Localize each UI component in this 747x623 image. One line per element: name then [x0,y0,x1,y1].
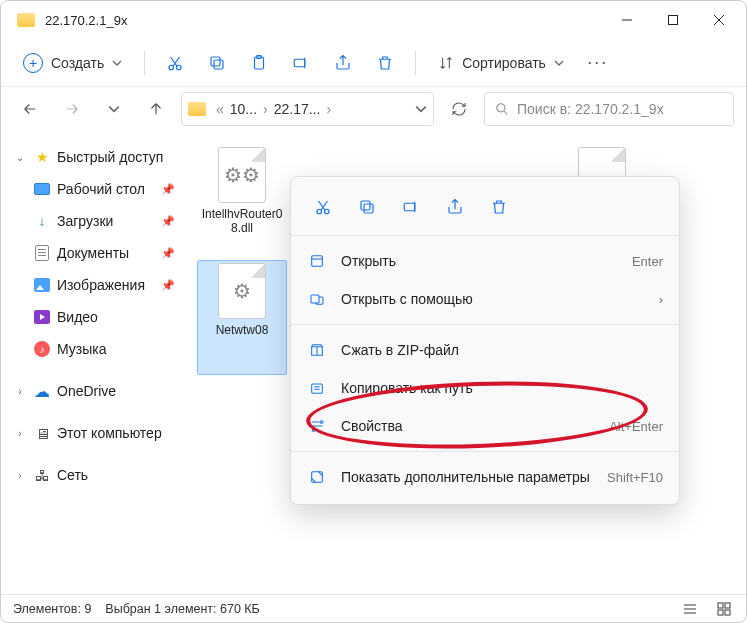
svg-rect-1 [669,16,678,25]
svg-rect-25 [311,295,319,303]
sidebar-item-label: Быстрый доступ [57,149,163,165]
svg-rect-17 [718,610,723,615]
status-bar: Элементов: 9 Выбран 1 элемент: 670 КБ [1,594,746,622]
gear-icon: ⚙⚙ [224,163,260,187]
svg-rect-29 [312,472,323,483]
sidebar-item-pictures[interactable]: Изображения 📌 [5,269,183,301]
up-button[interactable] [139,92,173,126]
nav-row: « 10... › 22.17... › Поиск в: 22.170.2.1… [1,87,746,131]
paste-button[interactable] [241,45,277,81]
chevron-right-icon: › [13,428,27,439]
sidebar-item-desktop[interactable]: Рабочий стол 📌 [5,173,183,205]
folder-icon [17,13,35,27]
ctx-copy-button[interactable] [347,189,387,225]
breadcrumb[interactable]: « 10... › 22.17... › [181,92,434,126]
share-button[interactable] [325,45,361,81]
svg-rect-21 [364,204,373,213]
file-item-selected[interactable]: ⚙ Netwtw08 [197,260,287,375]
separator [291,324,679,325]
sidebar-item-this-pc[interactable]: › 🖥 Этот компьютер [5,417,183,449]
search-input[interactable]: Поиск в: 22.170.2.1_9x [484,92,734,126]
sort-button[interactable]: Сортировать [428,55,574,71]
chevron-right-icon: › [13,386,27,397]
sidebar-item-quick-access[interactable]: ⌄ ★ Быстрый доступ [5,141,183,173]
ctx-label: Открыть [341,253,396,269]
zip-icon [307,342,327,358]
breadcrumb-seg[interactable]: 10... [230,101,257,117]
refresh-button[interactable] [442,92,476,126]
sidebar-item-label: OneDrive [57,383,116,399]
more-options-icon [307,469,327,485]
copy-path-icon [307,380,327,396]
file-icon: ⚙⚙ [218,147,266,203]
icons-view-button[interactable] [714,599,734,619]
file-item[interactable]: ⚙⚙ IntellhvRouter08.dll [197,145,287,260]
maximize-button[interactable] [650,4,696,36]
chevron-down-icon: ⌄ [13,152,27,163]
sidebar-item-label: Документы [57,245,129,261]
sidebar-item-label: Музыка [57,341,107,357]
rename-button[interactable] [283,45,319,81]
ctx-open[interactable]: Открыть Enter [291,242,679,280]
svg-rect-15 [718,603,723,608]
gear-icon: ⚙ [233,279,251,303]
sidebar-item-video[interactable]: Видео [5,301,183,333]
pin-icon: 📌 [161,183,175,196]
sidebar-item-documents[interactable]: Документы 📌 [5,237,183,269]
close-button[interactable] [696,4,742,36]
breadcrumb-seg[interactable]: 22.17... [274,101,321,117]
ctx-show-more-options[interactable]: Показать дополнительные параметры Shift+… [291,458,679,496]
download-icon: ↓ [33,212,51,230]
toolbar: + Создать Сортировать ··· [1,39,746,87]
ctx-cut-button[interactable] [303,189,343,225]
svg-point-27 [320,421,323,424]
svg-point-4 [169,65,174,70]
sidebar-item-downloads[interactable]: ↓ Загрузки 📌 [5,205,183,237]
cloud-icon: ☁ [33,382,51,400]
file-icon: ⚙ [218,263,266,319]
ctx-zip[interactable]: Сжать в ZIP-файл [291,331,679,369]
ctx-delete-button[interactable] [479,189,519,225]
chevron-down-icon[interactable] [415,103,427,115]
separator [291,451,679,452]
properties-icon [307,418,327,434]
new-button[interactable]: + Создать [13,45,132,81]
status-selection: Выбран 1 элемент: 670 КБ [105,602,259,616]
breadcrumb-sep: › [261,101,270,117]
svg-rect-22 [361,201,370,210]
context-menu: Открыть Enter Открыть с помощью › Сжать … [290,176,680,505]
pictures-icon [33,276,51,294]
forward-button[interactable] [55,92,89,126]
open-with-icon [307,291,327,307]
separator [291,235,679,236]
ctx-label: Показать дополнительные параметры [341,469,590,485]
delete-button[interactable] [367,45,403,81]
window-title: 22.170.2.1_9x [45,13,127,28]
svg-rect-10 [294,59,305,67]
breadcrumb-sep: « [214,101,226,117]
pc-icon: 🖥 [33,424,51,442]
history-button[interactable] [97,92,131,126]
ctx-properties[interactable]: Свойства Alt+Enter [291,407,679,445]
details-view-button[interactable] [680,599,700,619]
svg-rect-24 [312,256,323,267]
cut-button[interactable] [157,45,193,81]
title-bar: 22.170.2.1_9x [1,1,746,39]
new-button-label: Создать [51,55,104,71]
ctx-rename-button[interactable] [391,189,431,225]
minimize-button[interactable] [604,4,650,36]
svg-rect-7 [211,57,220,66]
svg-rect-6 [214,60,223,69]
ctx-copy-path[interactable]: Копировать как путь [291,369,679,407]
sidebar-item-onedrive[interactable]: › ☁ OneDrive [5,375,183,407]
ctx-share-button[interactable] [435,189,475,225]
ctx-open-with[interactable]: Открыть с помощью › [291,280,679,318]
file-label: Netwtw08 [214,323,271,337]
breadcrumb-sep: › [324,101,333,117]
back-button[interactable] [13,92,47,126]
more-button[interactable]: ··· [580,45,616,81]
pin-icon: 📌 [161,247,175,260]
sidebar-item-network[interactable]: › 🖧 Сеть [5,459,183,491]
sidebar-item-music[interactable]: ♪ Музыка [5,333,183,365]
copy-button[interactable] [199,45,235,81]
